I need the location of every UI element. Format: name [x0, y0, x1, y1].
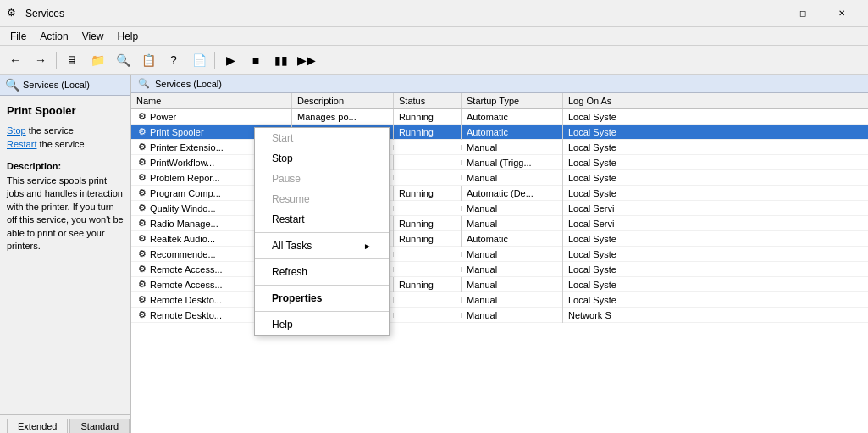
- toolbar-search[interactable]: 🔍: [111, 49, 135, 71]
- table-row[interactable]: ⚙Program Comp... ... Running Automatic (…: [131, 186, 868, 201]
- ctx-item-label: All Tasks: [272, 240, 312, 252]
- row-logon: Local Servi: [563, 201, 648, 216]
- row-startup: Manual: [462, 247, 563, 262]
- row-status: Running: [394, 125, 462, 140]
- table-row[interactable]: ⚙Quality Windo... Manual Local Servi: [131, 201, 868, 216]
- toolbar: ← → 🖥 📁 🔍 📋 ? 📄 ▶ ■ ▮▮ ▶▶: [0, 46, 868, 75]
- restart-text: the service: [36, 139, 84, 149]
- right-scope-icon: 🔍: [138, 78, 150, 89]
- toolbar-stop[interactable]: ■: [244, 49, 268, 71]
- table-row[interactable]: ⚙PrintWorkflow... ... Manual (Trigg... L…: [131, 155, 868, 170]
- toolbar-pause[interactable]: ▮▮: [269, 49, 293, 71]
- stop-action: Stop the service: [7, 125, 124, 136]
- toolbar-folder[interactable]: 📁: [86, 49, 109, 71]
- toolbar-play[interactable]: ▶: [218, 49, 242, 71]
- row-startup: Manual: [462, 140, 563, 155]
- menu-file[interactable]: File: [3, 29, 33, 44]
- service-icon: ⚙: [136, 233, 148, 245]
- main-layout: 🔍 Services (Local) Print Spooler Stop th…: [0, 75, 868, 433]
- table-row[interactable]: ⚙Remote Access... ... Running Manual Loc…: [131, 277, 868, 292]
- window-controls: — ◻ ✕: [744, 0, 861, 27]
- toolbar-help[interactable]: ?: [162, 49, 185, 71]
- table-row[interactable]: ⚙Realtek Audio... ... Running Automatic …: [131, 231, 868, 247]
- row-logon: Network S: [563, 308, 648, 323]
- row-status: [394, 313, 462, 318]
- row-startup: Manual: [462, 262, 563, 277]
- table-row[interactable]: ⚙Power Manages po... Running Automatic L…: [131, 109, 868, 125]
- row-status: [394, 297, 462, 303]
- row-logon: Local Syste: [563, 140, 648, 155]
- row-startup: Manual: [462, 201, 563, 216]
- col-header-desc: Description: [292, 93, 394, 108]
- col-header-startup: Startup Type: [462, 93, 563, 108]
- table-row[interactable]: ⚙Printer Extensio... Manual Local Syste: [131, 140, 868, 155]
- context-menu-item-all-tasks[interactable]: All Tasks►: [255, 236, 389, 256]
- row-status: Running: [394, 277, 462, 292]
- window-title: Services: [25, 8, 744, 19]
- menu-view[interactable]: View: [75, 29, 111, 44]
- table-rows: ⚙Power Manages po... Running Automatic L…: [131, 109, 868, 323]
- context-menu-item-properties[interactable]: Properties: [255, 288, 389, 308]
- row-logon: Local Servi: [563, 216, 648, 231]
- app-icon: ⚙: [7, 7, 20, 20]
- restart-link[interactable]: Restart: [7, 139, 36, 149]
- table-row[interactable]: ⚙Radio Manage... ... Running Manual Loca…: [131, 216, 868, 231]
- context-menu-item-help[interactable]: Help: [255, 314, 389, 335]
- toolbar-doc[interactable]: 📄: [187, 49, 211, 71]
- service-icon: ⚙: [136, 248, 148, 260]
- row-startup: Manual: [462, 216, 563, 231]
- context-menu-separator: [255, 285, 389, 286]
- service-icon: ⚙: [136, 142, 148, 153]
- toolbar-restart[interactable]: ▶▶: [295, 49, 318, 71]
- scope-header: 🔍 Services (Local): [0, 75, 130, 96]
- tab-standard[interactable]: Standard: [69, 419, 130, 433]
- context-menu-item-stop[interactable]: Stop: [255, 148, 389, 169]
- tab-bar: Extended Standard: [0, 414, 130, 433]
- scope-label: Services (Local): [23, 80, 90, 90]
- toolbar-computer[interactable]: 🖥: [60, 49, 84, 71]
- context-menu: StartStopPauseResumeRestartAll Tasks►Ref…: [254, 127, 390, 336]
- row-status: [394, 175, 462, 180]
- row-startup: Automatic: [462, 125, 563, 140]
- context-menu-item-pause: Pause: [255, 169, 389, 189]
- table-row[interactable]: ⚙Remote Deskto... Manual Network S: [131, 308, 868, 323]
- menu-bar: File Action View Help: [0, 27, 868, 46]
- row-status: Running: [394, 231, 462, 247]
- maximize-button[interactable]: ◻: [783, 0, 822, 27]
- service-icon: ⚙: [136, 218, 148, 230]
- context-menu-item-restart[interactable]: Restart: [255, 209, 389, 230]
- row-logon: Local Syste: [563, 125, 648, 140]
- row-startup: Manual (Trigg...: [462, 155, 563, 170]
- table-row[interactable]: ⚙Remote Deskto... Manual Local Syste: [131, 292, 868, 308]
- service-icon: ⚙: [136, 264, 148, 275]
- col-header-name: Name: [131, 93, 292, 108]
- row-logon: Local Syste: [563, 231, 648, 247]
- table-row[interactable]: ⚙Recommende... Manual Local Syste: [131, 247, 868, 262]
- close-button[interactable]: ✕: [822, 0, 861, 27]
- toolbar-forward[interactable]: →: [29, 49, 53, 71]
- title-bar: ⚙ Services — ◻ ✕: [0, 0, 868, 27]
- row-status: [394, 267, 462, 272]
- selected-service-title: Print Spooler: [7, 104, 124, 117]
- table-row[interactable]: ⚙Remote Access... Manual Local Syste: [131, 262, 868, 277]
- stop-link[interactable]: Stop: [7, 125, 26, 136]
- menu-help[interactable]: Help: [111, 29, 146, 44]
- service-icon: ⚙: [136, 111, 148, 123]
- menu-action[interactable]: Action: [33, 29, 75, 44]
- table-row[interactable]: ⚙Problem Repor... Manual Local Syste: [131, 170, 868, 186]
- minimize-button[interactable]: —: [744, 0, 783, 27]
- toolbar-export[interactable]: 📋: [136, 49, 160, 71]
- tab-extended[interactable]: Extended: [7, 419, 68, 433]
- service-icon: ⚙: [136, 187, 148, 199]
- context-menu-item-refresh[interactable]: Refresh: [255, 262, 389, 282]
- context-menu-item-start: Start: [255, 128, 389, 148]
- toolbar-back[interactable]: ←: [3, 49, 27, 71]
- table-row[interactable]: ⚙Print Spooler Th... Running Automatic L…: [131, 125, 868, 140]
- row-startup: Automatic: [462, 231, 563, 247]
- description-header: Description:: [7, 161, 124, 171]
- row-logon: Local Syste: [563, 247, 648, 262]
- row-status: [394, 145, 462, 150]
- context-menu-separator: [255, 311, 389, 312]
- row-status: [394, 252, 462, 257]
- context-menu-item-resume: Resume: [255, 189, 389, 209]
